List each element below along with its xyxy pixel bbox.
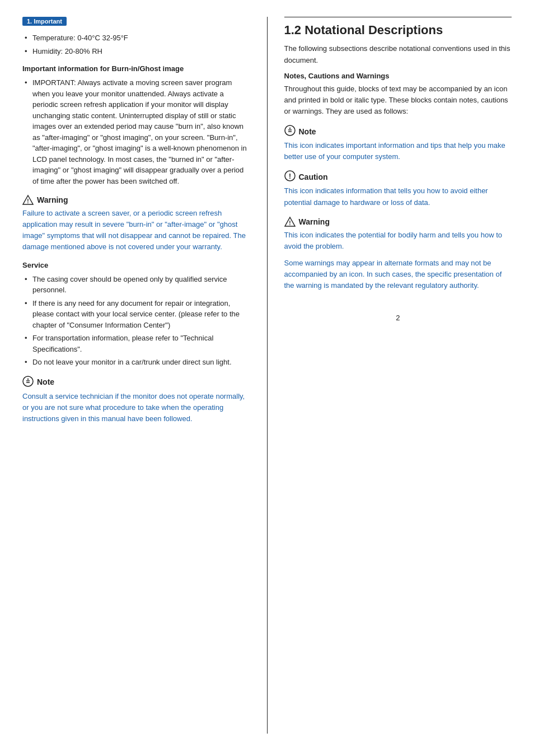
warning1-triangle-icon: !	[22, 194, 34, 206]
note-right-body: This icon indicates important informatio…	[284, 140, 512, 162]
caution-right-title: ! Caution	[284, 170, 512, 183]
warning-box-1: ! Warning Failure to activate a screen s…	[22, 194, 250, 253]
warning-right-body1: This icon indicates the potential for bo…	[284, 230, 512, 252]
warning-right-triangle-icon: !	[284, 216, 296, 227]
warning1-body: Failure to activate a screen saver, or a…	[22, 208, 250, 253]
caution-box-right: ! Caution This icon indicates informatio…	[284, 170, 512, 208]
service-bullet-3: For transportation information, please r…	[22, 333, 250, 354]
notes-cautions-heading: Notes, Cautions and Warnings	[284, 72, 512, 80]
note-box-1: Note Consult a service technician if the…	[22, 376, 250, 424]
svg-point-6	[285, 125, 295, 136]
burn-bullet-list: IMPORTANT: Always activate a moving scre…	[22, 77, 250, 186]
left-column: 1. Important Temperature: 0-40°C 32-95°F…	[22, 17, 250, 734]
burn-heading: Important information for Burn-in/Ghost …	[22, 64, 250, 73]
svg-point-9	[289, 128, 290, 129]
service-bullet-1: The casing cover should be opened only b…	[22, 274, 250, 296]
warning-right-title: ! Warning	[284, 216, 512, 227]
right-column: 1.2 Notational Descriptions The followin…	[267, 17, 512, 734]
notes-intro: Throughout this guide, blocks of text ma…	[284, 83, 512, 117]
service-bullet-2: If there is any need for any document fo…	[22, 298, 250, 331]
section-title: 1.2 Notational Descriptions	[284, 23, 512, 38]
tab-label: 1. Important	[22, 17, 67, 26]
warning1-title: ! Warning	[22, 194, 250, 206]
burn-text: IMPORTANT: Always activate a moving scre…	[22, 77, 250, 186]
svg-point-2	[23, 376, 33, 386]
temp-bullet: Temperature: 0-40°C 32-95°F	[22, 32, 250, 44]
note1-title: Note	[22, 376, 250, 389]
caution-right-body: This icon indicates information that tel…	[284, 185, 512, 208]
top-divider	[284, 17, 512, 17]
note-box-right: Note This icon indicates important infor…	[284, 125, 512, 162]
warning-right-body2: Some warnings may appear in alternate fo…	[284, 258, 512, 291]
warning-box-right: ! Warning This icon indicates the potent…	[284, 216, 512, 292]
note1-icon	[22, 376, 34, 389]
svg-text:!: !	[27, 198, 29, 204]
svg-text:!: !	[289, 172, 291, 180]
service-bullets: The casing cover should be opened only b…	[22, 274, 250, 368]
humidity-bullet: Humidity: 20-80% RH	[22, 46, 250, 57]
page-number: 2	[284, 314, 512, 322]
service-heading: Service	[22, 261, 250, 269]
top-bullets: Temperature: 0-40°C 32-95°F Humidity: 20…	[22, 32, 250, 57]
section-intro: The following subsections describe notat…	[284, 43, 512, 66]
svg-text:!: !	[289, 220, 291, 226]
note-right-icon	[284, 125, 296, 138]
service-bullet-4: Do not leave your monitor in a car/trunk…	[22, 357, 250, 368]
caution-right-icon: !	[284, 170, 296, 183]
note-right-title: Note	[284, 125, 512, 138]
svg-point-5	[27, 378, 29, 379]
note1-body: Consult a service technician if the moni…	[22, 391, 250, 424]
